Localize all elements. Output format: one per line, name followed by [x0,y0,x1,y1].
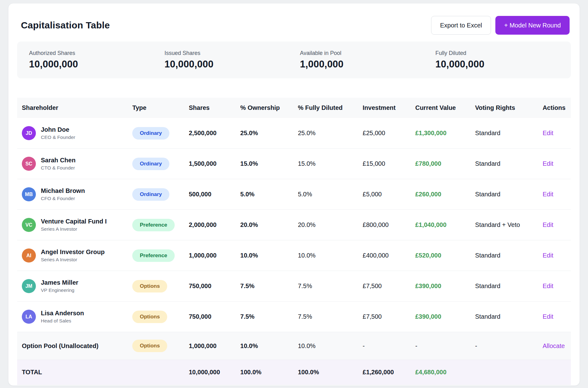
shareholder-name: Michael Brown [41,187,85,194]
shareholder-name: TOTAL [22,369,42,376]
shares-cell: 2,500,000 [189,118,240,149]
shareholder-cell: LA Lisa Anderson Head of Sales [17,302,132,332]
shareholder-cell: MB Michael Brown CFO & Founder [17,179,132,210]
stat-block: Fully Diluted 10,000,000 [435,50,571,70]
col-header-type: Type [132,98,189,118]
shareholder-name: Lisa Anderson [41,310,84,317]
fully-diluted-cell: 15.0% [298,149,363,179]
current-value-cell: £390,000 [415,302,475,332]
table-row: LA Lisa Anderson Head of Sales Options 7… [17,302,571,332]
shares-cell: 1,000,000 [189,240,240,271]
col-header-voting-rights: Voting Rights [475,98,543,118]
type-cell: Ordinary [132,179,189,210]
shareholder-cell: JD John Doe CEO & Founder [17,118,132,149]
table-row: Option Pool (Unallocated) Options 1,000,… [17,332,571,360]
share-type-badge: Options [132,280,167,292]
fully-diluted-cell: 5.0% [298,179,363,210]
actions-cell: Edit [542,210,571,240]
type-cell: Ordinary [132,118,189,149]
shareholder-cell: TOTAL [17,360,132,385]
type-cell: Ordinary [132,149,189,179]
model-new-round-button[interactable]: + Model New Round [495,16,570,35]
investment-cell: £400,000 [363,240,415,271]
table-row: SC Sarah Chen CTO & Founder Ordinary 1,5… [17,149,571,179]
table-row: TOTAL 10,000,000 100.0% 100.0% £1,260,00… [17,360,571,385]
shares-cell: 750,000 [189,302,240,332]
shareholder-role: Series A Investor [41,257,104,263]
type-cell: Options [132,302,189,332]
investment-cell: £15,000 [363,149,415,179]
row-action-link[interactable]: Edit [542,282,553,289]
shares-cell: 500,000 [189,179,240,210]
stat-label: Issued Shares [164,50,300,56]
actions-cell: Allocate [542,332,571,360]
shareholder-cell: AI Angel Investor Group Series A Investo… [17,240,132,271]
fully-diluted-cell: 20.0% [298,210,363,240]
shareholder-cell: SC Sarah Chen CTO & Founder [17,149,132,179]
fully-diluted-cell: 7.5% [298,271,363,302]
col-header-fully-diluted: % Fully Diluted [298,98,363,118]
voting-rights-cell: Standard [475,271,543,302]
current-value-cell: £780,000 [415,149,475,179]
table-row: JM James Miller VP Engineering Options 7… [17,271,571,302]
actions-cell: Edit [542,240,571,271]
col-header-investment: Investment [363,98,415,118]
share-type-badge: Ordinary [132,158,169,170]
shareholder-avatar: VC [22,218,36,232]
stat-label: Fully Diluted [435,50,571,56]
shareholder-avatar: JM [22,279,36,293]
row-action-link[interactable]: Edit [542,252,553,259]
col-header-shares: Shares [189,98,240,118]
row-action-link[interactable]: Edit [542,160,553,167]
share-type-badge: Ordinary [132,188,169,201]
ownership-cell: 7.5% [240,271,298,302]
shareholder-name: James Miller [41,279,78,286]
fully-diluted-cell: 7.5% [298,302,363,332]
type-cell [132,360,189,385]
current-value-cell: £1,040,000 [415,210,475,240]
stat-value: 10,000,000 [435,59,571,70]
shareholder-role: CEO & Founder [41,135,75,140]
shareholder-name: Angel Investor Group [41,248,104,256]
investment-cell: £5,000 [363,179,415,210]
shareholder-role: Series A Investor [41,226,107,232]
page-title: Capitalisation Table [21,20,110,31]
actions-cell: Edit [542,271,571,302]
current-value-cell: £4,680,000 [415,360,475,385]
actions-cell: Edit [542,149,571,179]
fully-diluted-cell: 10.0% [298,332,363,360]
shares-cell: 10,000,000 [189,360,240,385]
share-type-badge: Options [132,311,167,323]
actions-cell: Edit [542,118,571,149]
cap-table: Shareholder Type Shares % Ownership % Fu… [17,98,571,385]
current-value-cell: £260,000 [415,179,475,210]
investment-cell: - [363,332,415,360]
type-cell: Options [132,332,189,360]
row-action-link[interactable]: Edit [542,130,553,136]
row-action-link[interactable]: Allocate [542,342,565,349]
shareholder-name: John Doe [41,126,75,133]
shareholder-avatar: MB [22,187,36,201]
stat-value: 1,000,000 [300,59,435,70]
row-action-link[interactable]: Edit [542,191,553,198]
shareholder-name: Sarah Chen [41,157,75,164]
current-value-cell: - [415,332,475,360]
col-header-actions: Actions [542,98,571,118]
table-row: JD John Doe CEO & Founder Ordinary 2,500… [17,118,571,149]
row-action-link[interactable]: Edit [542,221,553,228]
shareholder-avatar: SC [22,157,36,171]
voting-rights-cell [475,360,543,385]
voting-rights-cell: Standard [475,179,543,210]
cap-table-head: Shareholder Type Shares % Ownership % Fu… [17,98,571,118]
export-to-excel-button[interactable]: Export to Excel [431,16,491,35]
ownership-cell: 10.0% [240,240,298,271]
ownership-cell: 10.0% [240,332,298,360]
shares-cell: 750,000 [189,271,240,302]
voting-rights-cell: Standard [475,149,543,179]
table-row: AI Angel Investor Group Series A Investo… [17,240,571,271]
voting-rights-cell: Standard [475,302,543,332]
shareholder-role: VP Engineering [41,287,78,293]
capitalisation-card: Capitalisation Table Export to Excel + M… [8,3,580,386]
row-action-link[interactable]: Edit [542,313,553,320]
ownership-cell: 25.0% [240,118,298,149]
